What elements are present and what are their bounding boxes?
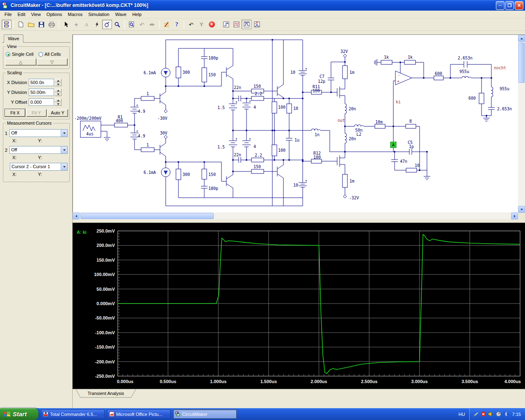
minimize-button[interactable]: ─ xyxy=(496,1,504,10)
task-total-commander[interactable]: Total Commander 6.5... xyxy=(41,409,105,419)
scroll-down-icon[interactable] xyxy=(518,206,525,213)
svg-text:47n: 47n xyxy=(400,159,407,164)
y-offset-spinner[interactable] xyxy=(55,98,62,106)
analog-scope-button[interactable] xyxy=(231,20,241,29)
y-offset-input[interactable] xyxy=(29,98,54,106)
svg-text:L2: L2 xyxy=(356,132,361,137)
schematic-vertical-scrollbar[interactable] xyxy=(518,35,525,213)
parts-browser-button[interactable] xyxy=(2,20,11,29)
close-button[interactable]: ✕ xyxy=(515,1,523,10)
svg-text:50.00mV: 50.00mV xyxy=(96,287,115,292)
find-part-button[interactable] xyxy=(127,20,137,29)
probe-tool-button[interactable] xyxy=(102,20,112,29)
chevron-down-icon[interactable] xyxy=(61,163,67,170)
help-button[interactable]: ? xyxy=(172,20,182,29)
power-meter-icon[interactable] xyxy=(496,411,501,417)
mixed-scope-button[interactable] xyxy=(242,20,251,29)
print-button[interactable] xyxy=(47,20,57,29)
svg-text:100: 100 xyxy=(278,148,285,153)
menu-view[interactable]: View xyxy=(28,11,44,18)
menu-options[interactable]: Options xyxy=(43,11,65,18)
cursor-diff-value: Cursor 2 - Cursor 1 xyxy=(10,163,61,170)
chevron-down-icon[interactable] xyxy=(61,146,67,153)
rotate-button[interactable]: ↶ xyxy=(137,20,147,29)
cursor2-select[interactable]: Off xyxy=(9,146,68,154)
x-division-spinner[interactable] xyxy=(55,79,62,86)
add-part-button[interactable]: + xyxy=(71,20,81,29)
digital-scope-button[interactable] xyxy=(221,20,231,29)
svg-text:20n: 20n xyxy=(349,137,356,141)
tablet-pen-icon[interactable] xyxy=(473,411,479,417)
chevron-down-icon[interactable] xyxy=(61,130,67,137)
cursor-diff-x-label: X: xyxy=(12,172,16,177)
mirror-icon: ◀▶ xyxy=(149,23,155,26)
task-office-picture[interactable]: Microsoft Office Pictu... xyxy=(107,409,171,419)
schematic-canvas[interactable]: -200m/200mV4usR14004.94.911-30V30V6.1mA6… xyxy=(73,34,525,212)
security-alert-icon[interactable] xyxy=(481,411,486,417)
cursor-tool-button[interactable] xyxy=(61,20,71,29)
all-cells-radio[interactable] xyxy=(39,52,43,57)
logic-scope-icon xyxy=(254,21,260,27)
edit-wires-icon xyxy=(164,22,170,27)
svg-text:-150.0mV: -150.0mV xyxy=(95,345,115,349)
start-button[interactable]: Start xyxy=(0,408,39,420)
tab-transient-analysis[interactable]: Transient Analysis xyxy=(74,389,140,398)
tab-wave[interactable]: Wave xyxy=(4,34,23,43)
single-cell-radio[interactable] xyxy=(6,52,10,57)
bluetooth-icon[interactable] xyxy=(503,411,509,417)
cursor-diff-select[interactable]: Cursor 2 - Cursor 1 xyxy=(10,163,68,171)
svg-text:180p: 180p xyxy=(208,56,218,60)
clock[interactable]: 7:15 xyxy=(512,412,521,417)
volume-icon[interactable] xyxy=(488,411,494,417)
menu-simulation[interactable]: Simulation xyxy=(85,11,112,18)
fit-y-button[interactable]: Fit Y xyxy=(26,109,46,116)
new-file-button[interactable] xyxy=(16,20,26,29)
scroll-right-icon[interactable] xyxy=(511,212,518,219)
svg-text:12p: 12p xyxy=(318,79,325,84)
task-circuitmaker[interactable]: CircuitMaker xyxy=(173,409,237,419)
zoom-tool-button[interactable] xyxy=(112,20,122,29)
tools-button[interactable]: Y xyxy=(196,20,206,29)
cursor2-y-label: Y: xyxy=(38,155,42,160)
scroll-up-icon[interactable] xyxy=(518,35,525,42)
pane-splitter[interactable] xyxy=(73,219,525,223)
svg-text:4: 4 xyxy=(253,144,256,149)
restore-button[interactable]: ❐ xyxy=(505,1,514,10)
horizontal-scroll-thumb[interactable] xyxy=(80,213,214,219)
svg-text:2.000us: 2.000us xyxy=(310,379,327,384)
scaling-group-title: Scaling xyxy=(6,70,23,75)
system-tray: 7:15 xyxy=(469,408,525,420)
menu-file[interactable]: File xyxy=(2,11,15,18)
scroll-left-icon[interactable] xyxy=(73,212,80,219)
y-division-input[interactable] xyxy=(29,89,54,96)
fit-x-button[interactable]: Fit X xyxy=(5,109,25,116)
cursor1-value: Off xyxy=(10,130,61,137)
language-indicator[interactable]: HU xyxy=(454,412,469,417)
stop-simulation-button[interactable]: ✕ xyxy=(207,20,217,29)
waveform-plot[interactable]: 250.0mV200.0mV150.0mV100.00mV50.00mV0.00… xyxy=(73,223,525,389)
menu-edit[interactable]: Edit xyxy=(15,11,28,18)
open-folder-button[interactable] xyxy=(26,20,36,29)
edit-wires-button[interactable] xyxy=(162,20,171,29)
cursor1-select[interactable]: Off xyxy=(9,129,68,137)
reset-button[interactable]: ↶ xyxy=(186,20,196,29)
x-division-input[interactable] xyxy=(29,79,54,86)
cell-down-button[interactable]: ▽ xyxy=(37,58,68,65)
schematic-horizontal-scrollbar[interactable] xyxy=(73,212,518,219)
y-division-spinner[interactable] xyxy=(55,89,62,96)
x-division-label: X Division xyxy=(5,80,29,85)
vertical-scroll-thumb[interactable] xyxy=(518,43,525,83)
mirror-button[interactable]: ◀▶ xyxy=(147,20,157,29)
probe-tool-icon xyxy=(104,22,110,27)
cell-up-button[interactable]: △ xyxy=(5,58,36,65)
wire-tool-button[interactable] xyxy=(92,20,102,29)
menu-help[interactable]: Help xyxy=(129,11,144,18)
svg-text:-100.0mV: -100.0mV xyxy=(95,330,115,335)
save-button[interactable] xyxy=(37,20,46,29)
logic-scope-button[interactable] xyxy=(252,20,262,29)
menu-wave[interactable]: Wave xyxy=(112,11,130,18)
svg-text:3.000us: 3.000us xyxy=(411,379,428,384)
text-tool-button[interactable]: A xyxy=(82,20,91,29)
auto-y-button[interactable]: Auto Y xyxy=(48,109,68,116)
menu-macros[interactable]: Macros xyxy=(65,11,85,18)
